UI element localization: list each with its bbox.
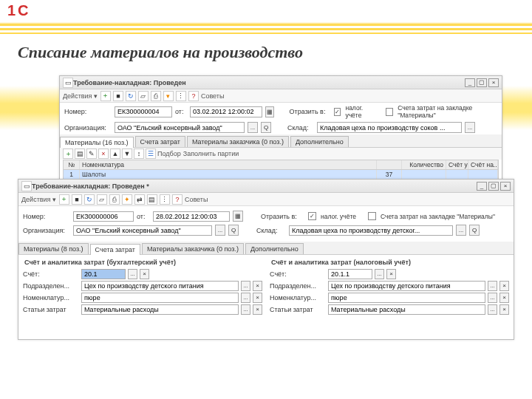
- tax-checkbox[interactable]: ✓: [334, 108, 341, 116]
- link-icon[interactable]: ⋮: [176, 91, 186, 101]
- tab-additional[interactable]: Дополнительно: [290, 136, 349, 147]
- pick-button[interactable]: ...: [241, 293, 250, 303]
- row-sort-icon[interactable]: ↕: [134, 149, 144, 159]
- org-input[interactable]: [115, 122, 245, 133]
- actions-menu[interactable]: Действия ▾: [63, 92, 98, 100]
- pick-button[interactable]: ...: [128, 269, 137, 279]
- refresh-icon[interactable]: ↻: [84, 194, 95, 205]
- cost-tab-checkbox[interactable]: [368, 212, 376, 220]
- nom-input[interactable]: [81, 293, 239, 303]
- posting-icon[interactable]: ✦: [122, 194, 132, 205]
- calendar-button[interactable]: ▦: [233, 211, 243, 222]
- titlebar[interactable]: ▭ Требование-накладная: Проведен _ ▢ ×: [60, 76, 502, 89]
- print-icon[interactable]: ⎙: [151, 91, 161, 101]
- pick-button[interactable]: ...: [375, 269, 384, 279]
- titlebar[interactable]: ▭ Требование-накладная: Проведен * _ ▢ ×: [18, 180, 514, 193]
- clear-button[interactable]: ×: [499, 293, 509, 303]
- sklad-input[interactable]: [289, 225, 453, 236]
- tab-costs[interactable]: Счета затрат: [135, 136, 185, 147]
- stat-input[interactable]: [328, 304, 485, 315]
- row-down-icon[interactable]: ▼: [122, 149, 132, 159]
- toolbar: Действия ▾ ＋ ■ ↻ ▱ ⎙ ▾ ⋮ ? Советы: [60, 89, 502, 103]
- sklad-open-button[interactable]: Q: [469, 225, 480, 236]
- sklad-input[interactable]: [317, 122, 462, 133]
- folder-icon[interactable]: ▱: [97, 194, 107, 205]
- clear-button[interactable]: ×: [499, 304, 509, 315]
- podr-input[interactable]: [81, 281, 239, 291]
- clear-button[interactable]: ×: [499, 281, 509, 291]
- minimize-button[interactable]: _: [477, 182, 487, 191]
- save-icon[interactable]: ■: [72, 194, 82, 205]
- row-up-icon[interactable]: ▲: [110, 149, 120, 159]
- number-input[interactable]: [115, 106, 172, 117]
- decorative-stripes: [0, 22, 532, 34]
- tab-additional[interactable]: Дополнительно: [245, 243, 304, 254]
- tab-bar: Материалы (8 поз.) Счета затрат Материал…: [18, 242, 514, 255]
- add-icon[interactable]: ＋: [59, 194, 69, 205]
- row-add-icon[interactable]: ＋: [63, 149, 73, 159]
- org-input[interactable]: [73, 225, 212, 236]
- date-label: от:: [137, 213, 150, 220]
- stat-label: Статьи затрат: [23, 306, 79, 313]
- pick-button[interactable]: ...: [488, 281, 497, 291]
- podr-label: Подразделен...: [23, 282, 79, 290]
- clear-button[interactable]: ×: [386, 269, 396, 279]
- close-button[interactable]: ×: [488, 78, 499, 87]
- tab-materials[interactable]: Материалы (8 поз.): [18, 243, 89, 254]
- structure-icon[interactable]: ⋮: [160, 194, 170, 205]
- tab-materials[interactable]: Материалы (16 поз.): [60, 137, 134, 148]
- tips-icon[interactable]: ?: [172, 194, 183, 205]
- tips-label[interactable]: Советы: [201, 92, 224, 100]
- tab-customer-materials[interactable]: Материалы заказчика (0 поз.): [187, 136, 289, 147]
- dt-kt-icon[interactable]: ⇄: [134, 194, 145, 205]
- calendar-button[interactable]: ▦: [265, 106, 274, 117]
- row-delete-icon[interactable]: ×: [98, 149, 109, 159]
- date-input[interactable]: [153, 211, 230, 222]
- schet-input[interactable]: [328, 269, 372, 279]
- tax-checkbox[interactable]: ✓: [308, 212, 316, 220]
- pick-button[interactable]: ...: [241, 281, 250, 291]
- close-button[interactable]: ×: [500, 182, 511, 191]
- print-icon[interactable]: ⎙: [109, 194, 120, 205]
- pick-button[interactable]: ...: [488, 304, 497, 315]
- tips-label[interactable]: Советы: [185, 196, 208, 203]
- folder-icon[interactable]: ▱: [138, 91, 149, 101]
- number-input[interactable]: [73, 211, 134, 222]
- org-open-button[interactable]: Q: [228, 225, 239, 236]
- minimize-button[interactable]: _: [465, 78, 475, 87]
- org-picker-button[interactable]: ...: [215, 225, 225, 236]
- tab-costs[interactable]: Счета затрат: [90, 244, 140, 255]
- cost-tab-checkbox[interactable]: [386, 108, 393, 116]
- clear-button[interactable]: ×: [253, 281, 262, 291]
- pick-button[interactable]: ...: [241, 304, 250, 315]
- stat-input[interactable]: [81, 304, 239, 315]
- nom-input[interactable]: [328, 293, 485, 303]
- clear-button[interactable]: ×: [140, 269, 149, 279]
- add-icon[interactable]: ＋: [100, 91, 111, 101]
- actions-menu[interactable]: Действия ▾: [21, 196, 56, 203]
- tips-icon[interactable]: ?: [188, 91, 199, 101]
- clear-button[interactable]: ×: [253, 304, 262, 315]
- refresh-icon[interactable]: ↻: [126, 91, 136, 101]
- podbor-icon[interactable]: ☰: [146, 149, 156, 159]
- podbor-label[interactable]: Подбор: [157, 150, 181, 157]
- row-copy-icon[interactable]: ▤: [75, 149, 85, 159]
- more-icon[interactable]: ▾: [163, 91, 174, 101]
- clear-button[interactable]: ×: [253, 293, 262, 303]
- pick-button[interactable]: ...: [488, 293, 497, 303]
- org-picker-button[interactable]: ...: [248, 122, 258, 133]
- date-input[interactable]: [190, 106, 262, 117]
- fill-label[interactable]: Заполнить партии: [183, 150, 239, 157]
- maximize-button[interactable]: ▢: [477, 78, 487, 87]
- row-edit-icon[interactable]: ✎: [86, 149, 97, 159]
- save-icon[interactable]: ■: [113, 91, 123, 101]
- podr-input[interactable]: [328, 281, 485, 291]
- tab-customer-materials[interactable]: Материалы заказчика (0 поз.): [142, 243, 244, 254]
- org-open-button[interactable]: Q: [261, 122, 271, 133]
- sklad-picker-button[interactable]: ...: [456, 225, 466, 236]
- maximize-button[interactable]: ▢: [488, 182, 499, 191]
- report-icon[interactable]: ▤: [147, 194, 157, 205]
- logo-bar: 1С: [0, 0, 532, 22]
- schet-input[interactable]: [81, 269, 126, 279]
- sklad-picker-button[interactable]: ...: [465, 122, 475, 133]
